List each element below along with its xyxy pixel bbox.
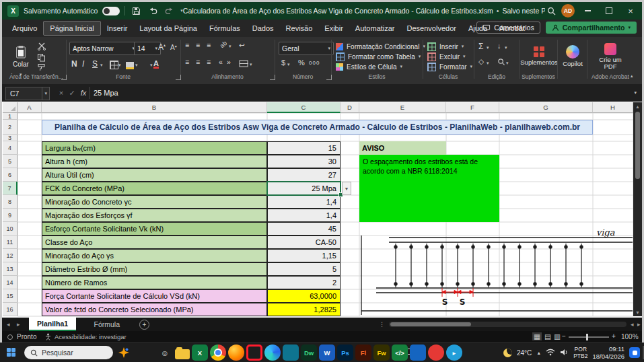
- currency-chevron-icon[interactable]: ▾: [287, 62, 290, 67]
- menu-tab-desenvolvedor[interactable]: Desenvolvedor: [401, 22, 462, 35]
- language-indicator[interactable]: POR PTB2: [573, 346, 587, 359]
- decrease-font-icon[interactable]: A▾: [170, 44, 177, 51]
- cell-label-row14[interactable]: Número de Ramos: [42, 276, 267, 289]
- weather-icon[interactable]: [503, 349, 512, 357]
- cell-styles-button[interactable]: Estilos de Célula▾: [336, 62, 402, 71]
- insert-function-icon[interactable]: fx: [77, 87, 90, 99]
- row-header-11[interactable]: 11: [3, 236, 17, 249]
- font-color-chevron-icon[interactable]: ▾: [150, 63, 153, 68]
- menu-tab-inserir[interactable]: Inserir: [101, 22, 134, 35]
- save-icon[interactable]: [130, 5, 142, 17]
- file-explorer-icon[interactable]: [175, 349, 190, 359]
- vscode-icon[interactable]: [410, 345, 426, 361]
- row-header-1[interactable]: 1: [3, 113, 17, 120]
- sheet-tab-f-rmula[interactable]: Fórmula: [86, 318, 129, 331]
- percent-format-icon[interactable]: %: [298, 59, 305, 67]
- dialog-launcher-icon[interactable]: [326, 75, 332, 80]
- copilot-button[interactable]: Copilot: [559, 41, 586, 71]
- normal-view-icon[interactable]: ▦: [532, 332, 542, 340]
- menu-tab-f-rmulas[interactable]: Fórmulas: [203, 22, 246, 35]
- merge-chevron-icon[interactable]: ▾: [250, 62, 252, 67]
- add-sheet-button[interactable]: +: [139, 320, 149, 330]
- cell-value-row4[interactable]: 15: [267, 141, 341, 155]
- dialog-launcher-icon[interactable]: [270, 75, 275, 80]
- clock[interactable]: 09:11 18/04/2026: [592, 345, 624, 361]
- menu-tab-layout-da-p-gina[interactable]: Layout da Página: [133, 22, 203, 35]
- photoshop-icon[interactable]: Ps: [337, 345, 353, 361]
- cell-label-row16[interactable]: Valor de fctd do Concreto Selecionado (M…: [42, 303, 267, 316]
- orientation-icon[interactable]: ab: [219, 40, 228, 49]
- flash-icon[interactable]: Fl: [355, 345, 371, 361]
- banner-cell[interactable]: Planilha de Cálculo de Área de Aço dos E…: [42, 120, 593, 135]
- row-header-8[interactable]: 8: [3, 195, 17, 209]
- column-header-A[interactable]: A: [17, 102, 42, 113]
- increase-indent-icon[interactable]: »: [227, 58, 231, 66]
- create-pdf-button[interactable]: Crie um PDF: [593, 41, 628, 72]
- align-middle-icon[interactable]: ≡: [196, 41, 200, 49]
- fill-color-chevron-icon[interactable]: ▾: [135, 63, 138, 68]
- autosave-toggle[interactable]: [102, 7, 120, 15]
- find-select-icon[interactable]: [497, 58, 505, 67]
- menu-tab-arquivo[interactable]: Arquivo: [6, 22, 43, 35]
- align-bottom-icon[interactable]: ≡: [207, 41, 211, 49]
- name-box[interactable]: C7 ▾: [5, 87, 50, 100]
- tabs-menu-icon[interactable]: ⋮: [379, 318, 385, 331]
- column-header-B[interactable]: B: [42, 102, 267, 113]
- row-header-16[interactable]: 16: [3, 303, 17, 316]
- zoom-slider[interactable]: [569, 336, 609, 338]
- word-icon[interactable]: W: [319, 345, 335, 361]
- accessibility-status[interactable]: Acessibilidade: investigar: [55, 333, 127, 340]
- row-header-3[interactable]: 3: [3, 135, 17, 141]
- column-header-E[interactable]: E: [359, 102, 446, 113]
- maximize-button[interactable]: [600, 3, 618, 18]
- menu-tab-dados[interactable]: Dados: [246, 22, 280, 35]
- name-box-chevron-icon[interactable]: ▾: [42, 87, 49, 100]
- cell-value-row7[interactable]: 25 Mpa: [267, 182, 341, 195]
- excel-icon[interactable]: X: [192, 345, 208, 361]
- currency-format-icon[interactable]: $: [281, 59, 285, 67]
- column-header-D[interactable]: D: [341, 102, 359, 113]
- horizontal-scrollbar[interactable]: [389, 322, 627, 327]
- zoom-out-icon[interactable]: −: [562, 332, 566, 340]
- cell-label-row8[interactable]: Minoração do Concreto γc: [42, 195, 267, 209]
- media-app-icon[interactable]: [428, 345, 444, 361]
- number-format-select[interactable]: Geral▾: [279, 42, 334, 55]
- redo-icon[interactable]: [164, 5, 176, 17]
- cell-value-row5[interactable]: 30: [267, 155, 341, 168]
- row-header-7[interactable]: 7: [3, 182, 17, 195]
- dreamweaver-icon[interactable]: Dw: [301, 345, 317, 361]
- row-header-9[interactable]: 9: [3, 209, 17, 222]
- font-name-select[interactable]: Aptos Narrow▾: [69, 42, 138, 55]
- vertical-scroll-thumb[interactable]: [635, 112, 640, 179]
- cell-label-row9[interactable]: Majoração dos Esforços γf: [42, 209, 267, 222]
- wrap-text-icon[interactable]: ↩: [239, 41, 245, 49]
- autosum-icon[interactable]: Σ: [478, 42, 483, 51]
- format-painter-icon[interactable]: [37, 63, 46, 73]
- avatar[interactable]: AD: [561, 4, 575, 17]
- scroll-up-icon[interactable]: ▲: [633, 102, 642, 110]
- cell-label-row13[interactable]: Diâmetro Estribo Ø (mm): [42, 262, 267, 276]
- scroll-down-icon[interactable]: ▼: [633, 308, 642, 316]
- hscroll-right-icon[interactable]: ▸: [637, 318, 641, 331]
- temperature[interactable]: 24°C: [517, 349, 532, 357]
- row-header-10[interactable]: 10: [3, 222, 17, 236]
- clear-chevron-icon[interactable]: ▾: [487, 61, 489, 66]
- cell-value-row6[interactable]: 27: [267, 168, 341, 182]
- delete-cells-button[interactable]: Excluir▾: [427, 52, 466, 61]
- row-header-5[interactable]: 5: [3, 155, 17, 168]
- copy-icon[interactable]: [37, 53, 46, 63]
- cell-label-row4[interactable]: Largura bw (cm): [42, 141, 267, 155]
- clear-icon[interactable]: ◇: [478, 57, 484, 65]
- fill-chevron-icon[interactable]: ▾: [505, 45, 507, 50]
- menu-tab-exibir[interactable]: Exibir: [318, 22, 349, 35]
- italic-button[interactable]: I: [82, 59, 84, 69]
- align-center-icon[interactable]: ≡: [196, 58, 200, 66]
- column-header-G[interactable]: G: [499, 102, 593, 113]
- page-layout-view-icon[interactable]: ▤: [544, 332, 551, 340]
- conditional-formatting-button[interactable]: Formatação Condicional▾: [336, 42, 425, 51]
- cell-value-row16[interactable]: 1,2825: [267, 303, 341, 316]
- accessibility-icon[interactable]: [45, 333, 51, 342]
- font-color-icon[interactable]: A: [153, 59, 159, 67]
- orientation-chevron-icon[interactable]: ▾: [229, 44, 231, 49]
- cell-label-row7[interactable]: FCK do Concreto (MPa): [42, 182, 267, 195]
